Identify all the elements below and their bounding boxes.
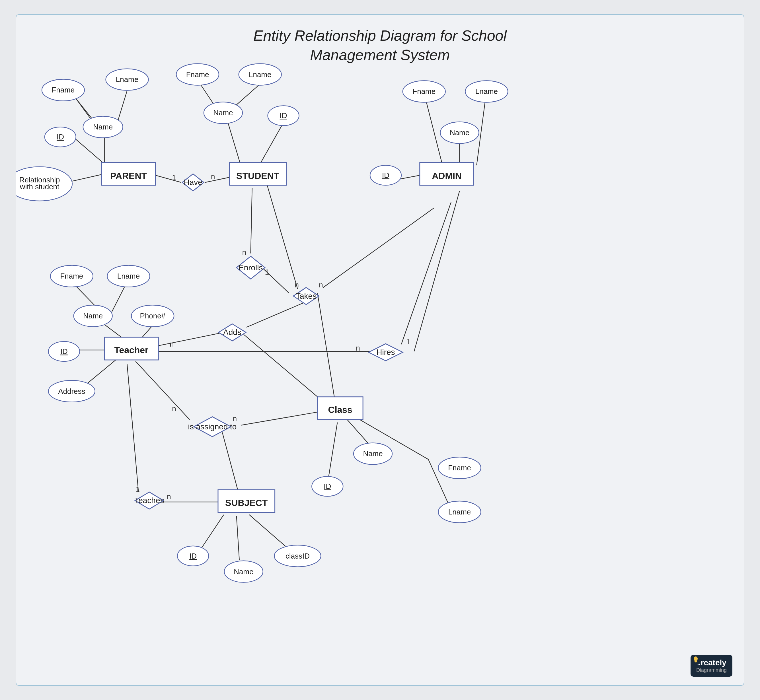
card-hires-n: n bbox=[356, 344, 360, 352]
attr-parent-name-label: Name bbox=[93, 123, 113, 131]
attr-student-id-label: ID bbox=[280, 111, 287, 120]
svg-line-36 bbox=[127, 364, 139, 492]
card-hires-1: 1 bbox=[406, 338, 410, 346]
attr-student-lname-label: Lname bbox=[249, 70, 271, 78]
card-assigned-n2: n bbox=[233, 415, 237, 423]
card-adds-n: n bbox=[170, 340, 174, 348]
entity-teacher-label: Teacher bbox=[114, 345, 148, 355]
svg-line-32 bbox=[247, 302, 306, 327]
attr-admin-fname-label: Fname bbox=[413, 88, 436, 95]
svg-line-39 bbox=[236, 516, 239, 560]
svg-line-15 bbox=[323, 208, 434, 288]
svg-line-33 bbox=[136, 361, 189, 420]
card-assigned-n1: n bbox=[172, 405, 176, 412]
svg-rect-49 bbox=[695, 662, 696, 662]
entity-subject-label: SUBJECT bbox=[225, 498, 268, 508]
svg-line-27 bbox=[83, 360, 116, 387]
svg-point-47 bbox=[694, 656, 697, 661]
svg-rect-48 bbox=[694, 661, 697, 662]
svg-line-42 bbox=[328, 423, 337, 481]
attr-teacher-lname-label: Lname bbox=[117, 272, 140, 280]
svg-line-7 bbox=[205, 177, 232, 183]
attr-teacher-id-label: ID bbox=[60, 347, 68, 355]
svg-line-34 bbox=[222, 433, 238, 491]
relation-have-label: Have bbox=[184, 178, 202, 187]
card-have-n: n bbox=[211, 172, 215, 180]
attr-teacher-name-label: Name bbox=[83, 312, 103, 320]
svg-line-8 bbox=[228, 123, 241, 165]
attr-teacher-address-label: Address bbox=[58, 387, 85, 395]
attr-subject-name-label: Name bbox=[234, 568, 253, 576]
entity-student-label: STUDENT bbox=[236, 171, 279, 181]
attr-admin-id-label: ID bbox=[382, 171, 389, 179]
card-enrolls-1: 1 bbox=[265, 268, 269, 276]
attr-admin-lname-label: Lname bbox=[475, 88, 498, 95]
svg-line-29 bbox=[401, 202, 451, 344]
entity-admin-label: ADMIN bbox=[432, 171, 462, 181]
attr-teacher-phone-label: Phone# bbox=[140, 312, 166, 320]
svg-line-38 bbox=[198, 515, 224, 553]
attr-parent-id-label: ID bbox=[57, 133, 64, 141]
attr-parent-lname-label: Lname bbox=[116, 75, 138, 83]
relation-teaches-label: Teaches bbox=[134, 496, 164, 505]
relation-takes-label: Takes bbox=[296, 292, 316, 300]
svg-line-31 bbox=[244, 334, 326, 404]
svg-line-9 bbox=[259, 123, 283, 165]
card-teaches-n: n bbox=[167, 492, 171, 500]
relation-hires-label: Hires bbox=[376, 348, 395, 356]
attr-parent-fname-label: Fname bbox=[52, 86, 75, 94]
relation-enrolls-label: Enrolls bbox=[239, 263, 263, 272]
attr-subject-id-label: ID bbox=[189, 552, 197, 560]
attr-admin-name-label: Name bbox=[450, 129, 469, 137]
card-have-1: 1 bbox=[172, 173, 176, 181]
creately-logo-sub: Diagramming bbox=[696, 667, 727, 673]
main-container: Entity Relationship Diagram for School M… bbox=[16, 14, 744, 686]
svg-line-35 bbox=[241, 411, 323, 425]
card-takes-n2: n bbox=[319, 281, 323, 289]
creately-badge: creately Diagramming bbox=[691, 655, 732, 677]
svg-line-1 bbox=[73, 137, 105, 164]
relation-assigned-label: is assigned to bbox=[188, 422, 237, 431]
card-takes-n1: n bbox=[295, 281, 299, 289]
attr-subject-classid-label: classID bbox=[286, 552, 310, 560]
relation-adds-label: Adds bbox=[223, 328, 241, 337]
attr-class-id-label: ID bbox=[324, 482, 331, 490]
svg-line-12 bbox=[251, 188, 252, 253]
svg-text:with student: with student bbox=[20, 183, 59, 191]
attr-class-fname-label: Fname bbox=[448, 464, 471, 472]
svg-line-21 bbox=[414, 191, 460, 352]
creately-logo-text: creately bbox=[696, 658, 727, 667]
card-teaches-1: 1 bbox=[136, 486, 139, 494]
svg-line-14 bbox=[317, 293, 335, 398]
attr-teacher-fname-label: Fname bbox=[60, 272, 83, 280]
attr-class-lname-label: Lname bbox=[448, 508, 471, 516]
attr-student-name-label: Name bbox=[213, 109, 233, 117]
svg-line-6 bbox=[155, 175, 181, 183]
attr-class-name-label: Name bbox=[363, 450, 383, 458]
entity-parent-label: PARENT bbox=[110, 171, 147, 181]
attr-student-fname-label: Fname bbox=[186, 70, 209, 78]
svg-line-16 bbox=[266, 183, 298, 289]
entity-class-label: Class bbox=[328, 405, 352, 415]
card-enrolls-n: n bbox=[242, 248, 246, 256]
